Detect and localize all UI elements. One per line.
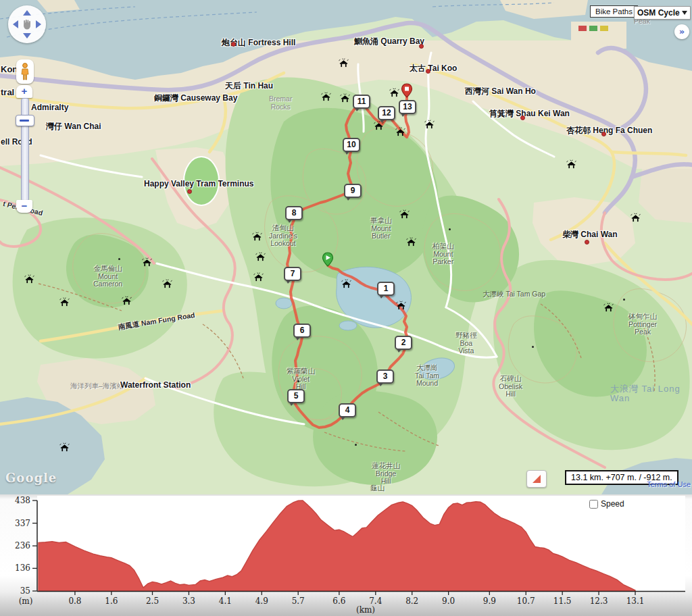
x-tick-label: 4.1 <box>219 596 232 606</box>
speed-checkbox-label: Speed <box>601 499 624 509</box>
y-tick-label: 35 <box>20 586 30 596</box>
x-tick-label: 2.5 <box>146 596 159 606</box>
y-tick-label: 236 <box>15 541 30 550</box>
pan-left-icon[interactable] <box>13 20 18 28</box>
waypoint-marker-8[interactable]: 8 <box>285 206 303 220</box>
waypoint-marker-9[interactable]: 9 <box>344 184 362 198</box>
waypoint-marker-13[interactable]: 13 <box>399 100 416 114</box>
x-tick-label: 4.9 <box>255 596 268 606</box>
triangle-icon <box>533 475 541 483</box>
x-axis-unit: (km) <box>356 605 375 615</box>
y-tick-label: 136 <box>15 563 30 573</box>
y-tick-label: 337 <box>15 519 30 528</box>
elevation-chart: 351362363374380.81.62.53.34.14.95.76.67.… <box>0 494 692 616</box>
waypoint-marker-10[interactable]: 10 <box>343 138 360 152</box>
x-tick-label: 9.0 <box>442 596 455 606</box>
map-tiles <box>0 0 692 494</box>
pan-up-icon[interactable] <box>23 10 31 16</box>
zoom-slider-handle[interactable] <box>16 115 34 126</box>
streetview-pegman[interactable] <box>16 59 34 84</box>
layer-switcher-expand-button[interactable]: » <box>674 24 689 39</box>
waypoint-marker-1[interactable]: 1 <box>377 282 395 296</box>
x-tick-label: 1.6 <box>105 596 118 606</box>
end-marker[interactable] <box>401 83 413 101</box>
pan-right-icon[interactable] <box>36 20 41 28</box>
y-tick-label: 438 <box>15 496 30 505</box>
zoom-out-button[interactable]: − <box>16 200 32 213</box>
x-tick-label: 11.5 <box>553 596 572 606</box>
pan-down-icon[interactable] <box>23 33 31 38</box>
x-tick-label: 3.3 <box>182 596 195 606</box>
map-canvas[interactable]: KongtralAdmiralty灣仔 Wan Chaiell Road銅鑼灣 … <box>0 0 692 494</box>
waypoint-marker-7[interactable]: 7 <box>284 267 301 281</box>
bike-paths-button[interactable]: Bike Paths <box>590 5 638 18</box>
waypoint-marker-3[interactable]: 3 <box>376 369 394 384</box>
waypoint-marker-4[interactable]: 4 <box>339 403 356 417</box>
hand-icon <box>21 18 33 30</box>
waypoint-marker-5[interactable]: 5 <box>287 389 305 403</box>
start-marker[interactable] <box>322 252 334 270</box>
gps-track-viewer: KongtralAdmiralty灣仔 Wan Chaiell Road銅鑼灣 … <box>0 0 692 616</box>
zoom-in-button[interactable]: + <box>16 85 32 98</box>
base-layer-label: OSM Cycle <box>637 8 680 18</box>
pan-control[interactable] <box>8 5 46 43</box>
x-tick-label: 7.4 <box>369 596 382 606</box>
y-axis-unit: (m) <box>19 596 33 606</box>
x-tick-label: 0.8 <box>68 596 81 606</box>
elevation-profile-panel: 351362363374380.81.62.53.34.14.95.76.67.… <box>0 494 692 616</box>
speed-control: Speed <box>589 499 624 509</box>
chevron-down-icon <box>682 11 687 15</box>
x-tick-label: 12.3 <box>590 596 608 606</box>
base-layer-select[interactable]: OSM Cycle <box>634 6 691 20</box>
waypoint-marker-6[interactable]: 6 <box>293 324 311 338</box>
x-tick-label: 5.7 <box>292 596 305 606</box>
google-logo: Google <box>5 471 57 485</box>
x-tick-label: 6.6 <box>332 596 345 606</box>
terms-of-use-link[interactable]: Terms of Use <box>647 480 691 488</box>
x-tick-label: 13.1 <box>626 596 645 606</box>
zoom-slider-track[interactable] <box>21 98 29 201</box>
waypoint-marker-11[interactable]: 11 <box>353 95 370 109</box>
x-tick-label: 9.9 <box>483 596 496 606</box>
profile-toggle-button[interactable] <box>526 470 547 488</box>
waypoint-marker-12[interactable]: 12 <box>378 106 395 120</box>
x-tick-label: 10.7 <box>517 596 535 606</box>
speed-checkbox[interactable] <box>589 500 598 509</box>
waypoint-marker-2[interactable]: 2 <box>395 336 412 350</box>
pegman-icon <box>20 63 30 80</box>
x-tick-label: 8.2 <box>405 596 418 606</box>
